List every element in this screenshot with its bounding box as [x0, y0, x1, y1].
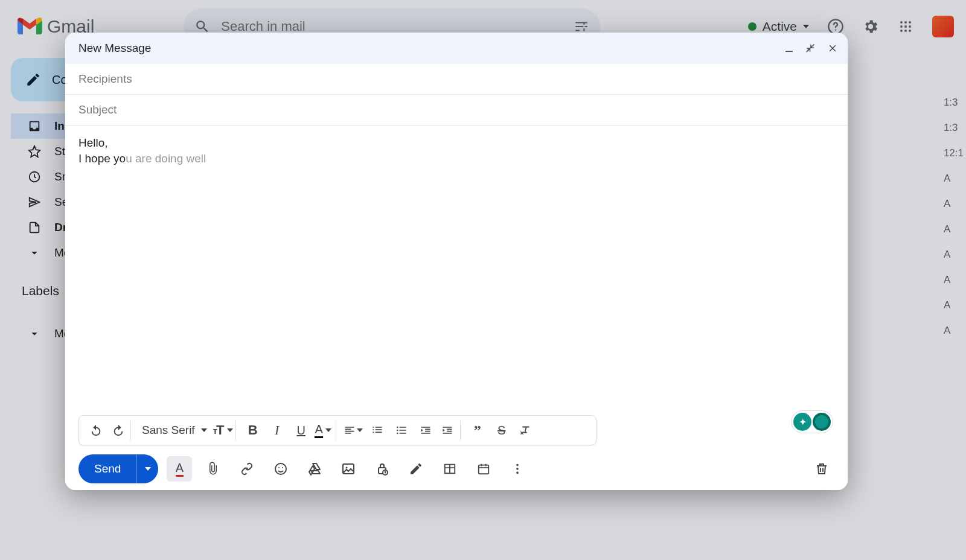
- remove-formatting-icon: [519, 424, 533, 437]
- fullscreen-exit-icon[interactable]: [805, 43, 816, 54]
- redo-icon: [112, 424, 125, 437]
- text-format-icon: A: [176, 461, 184, 477]
- font-size-button[interactable]: тT: [214, 419, 236, 441]
- font-family-label: Sans Serif: [142, 424, 195, 437]
- calendar-icon: [477, 462, 490, 476]
- insert-emoji-button[interactable]: [268, 456, 293, 482]
- emoji-icon: [273, 462, 288, 476]
- lock-clock-icon: [375, 462, 389, 476]
- chevron-down-icon: [325, 428, 331, 432]
- font-family-select[interactable]: Sans Serif: [137, 424, 212, 437]
- redo-button[interactable]: [109, 419, 131, 441]
- pen-icon: [409, 462, 423, 476]
- strikethrough-button[interactable]: S: [491, 419, 513, 441]
- svg-point-16: [275, 463, 286, 474]
- align-icon: [344, 424, 356, 436]
- bulleted-list-icon: [395, 424, 408, 436]
- formatting-options-button[interactable]: A: [167, 456, 192, 482]
- underline-button[interactable]: U: [290, 419, 312, 441]
- quote-icon: ”: [474, 422, 481, 439]
- svg-rect-12: [785, 51, 793, 52]
- chevron-down-icon: [201, 428, 207, 432]
- send-more-button[interactable]: [136, 454, 158, 483]
- svg-point-18: [282, 467, 283, 468]
- more-vert-icon: [511, 462, 524, 476]
- underline-icon: U: [296, 424, 305, 438]
- more-options-button[interactable]: [505, 456, 530, 482]
- svg-point-17: [278, 467, 280, 468]
- compose-action-bar: Send A: [65, 448, 848, 490]
- undo-icon: [89, 424, 103, 437]
- insert-calendar-button[interactable]: [471, 456, 496, 482]
- chevron-down-icon: [357, 428, 363, 432]
- svg-point-13: [397, 427, 398, 428]
- send-button[interactable]: Send: [78, 454, 158, 483]
- indent-less-icon: [420, 424, 432, 436]
- body-typed-text: Hello,I hope yo: [78, 136, 126, 165]
- recipients-input[interactable]: [78, 72, 834, 86]
- indent-more-button[interactable]: [439, 419, 461, 441]
- insert-photo-button[interactable]: [336, 456, 361, 482]
- bold-icon: B: [248, 422, 258, 438]
- recipients-field[interactable]: [65, 64, 848, 95]
- grammarly-status-icon: [813, 413, 831, 431]
- compose-title: New Message: [78, 42, 151, 55]
- compose-body[interactable]: Hello,I hope you are doing well: [65, 126, 848, 415]
- strikethrough-icon: S: [497, 424, 505, 438]
- drive-icon: [307, 462, 322, 476]
- text-color-icon: A: [315, 422, 322, 438]
- attach-file-button[interactable]: [200, 456, 226, 482]
- insert-drive-button[interactable]: [302, 456, 327, 482]
- indent-more-icon: [441, 424, 453, 436]
- numbered-list-icon: [371, 424, 383, 436]
- text-color-button[interactable]: A: [315, 419, 336, 441]
- align-button[interactable]: [342, 419, 364, 441]
- svg-point-14: [397, 430, 398, 431]
- discard-draft-button[interactable]: [809, 456, 834, 482]
- body-suggestion-text: u are doing well: [126, 152, 206, 165]
- send-label: Send: [78, 462, 136, 476]
- svg-rect-24: [479, 465, 489, 474]
- image-icon: [341, 462, 356, 476]
- numbered-list-button[interactable]: [366, 419, 388, 441]
- minimize-icon[interactable]: [784, 43, 795, 54]
- trash-icon: [814, 462, 829, 476]
- close-icon[interactable]: [827, 43, 838, 54]
- undo-button[interactable]: [85, 419, 107, 441]
- bold-button[interactable]: B: [242, 419, 264, 441]
- bulleted-list-button[interactable]: [391, 419, 412, 441]
- svg-point-15: [397, 433, 398, 434]
- paperclip-icon: [206, 462, 220, 476]
- grammarly-suggest-icon: ✦: [793, 413, 811, 431]
- grammarly-widget[interactable]: ✦: [791, 410, 833, 433]
- insert-signature-button[interactable]: [403, 456, 429, 482]
- svg-point-27: [517, 472, 519, 474]
- compose-dialog: New Message Hello,I hope you are doing w…: [65, 33, 848, 490]
- chevron-down-icon: [145, 467, 151, 471]
- insert-table-button[interactable]: [437, 456, 462, 482]
- insert-link-button[interactable]: [234, 456, 260, 482]
- remove-formatting-button[interactable]: [515, 419, 537, 441]
- svg-point-25: [517, 464, 519, 466]
- subject-input[interactable]: [78, 103, 834, 116]
- table-icon: [443, 462, 456, 476]
- link-icon: [240, 462, 254, 476]
- indent-less-button[interactable]: [415, 419, 437, 441]
- svg-point-26: [517, 468, 519, 470]
- italic-icon: I: [275, 422, 279, 438]
- svg-point-20: [346, 467, 348, 469]
- quote-button[interactable]: ”: [467, 419, 488, 441]
- confidential-mode-button[interactable]: [369, 456, 395, 482]
- formatting-toolbar: Sans Serif тT B I U A ” S: [78, 415, 597, 445]
- compose-header: New Message: [65, 33, 848, 64]
- subject-field[interactable]: [65, 95, 848, 126]
- italic-button[interactable]: I: [266, 419, 288, 441]
- chevron-down-icon: [227, 428, 233, 432]
